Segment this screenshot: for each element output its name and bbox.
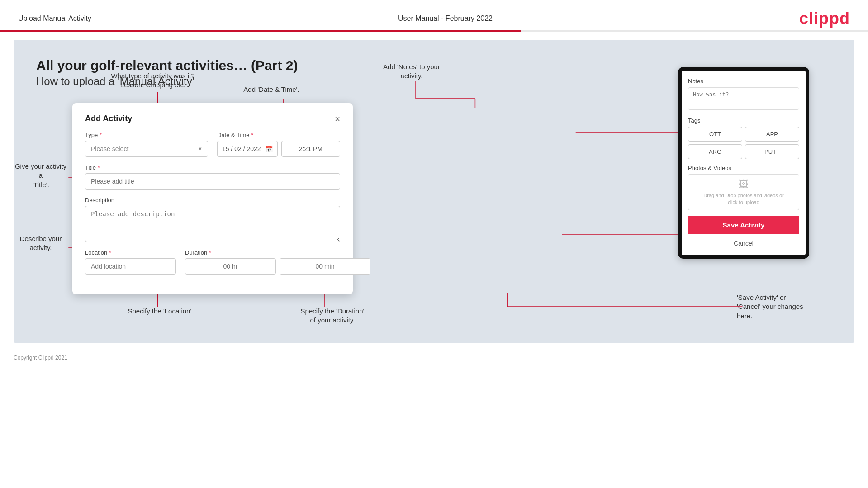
dialog-title: Add Activity [85,114,132,123]
duration-hr-input[interactable] [185,258,276,275]
tag-app[interactable]: APP [745,127,799,142]
photos-section-label: Photos & Videos [688,165,799,171]
location-group: Location * [85,249,176,275]
phone-mockup: Notes Tags OTT APP ARG PUTT Photos & Vid… [678,67,809,259]
save-activity-button[interactable]: Save Activity [688,216,799,234]
annotation-duration: Specify the 'Duration'of your activity. [280,307,384,325]
tag-putt[interactable]: PUTT [745,144,799,159]
cancel-button[interactable]: Cancel [688,238,799,249]
time-display[interactable]: 2:21 PM [281,141,340,157]
duration-min-input[interactable] [280,258,370,275]
top-bar: Upload Manual Activity User Manual - Feb… [0,0,868,32]
photo-icon: 🖼 [739,179,749,190]
copyright: Copyright Clippd 2021 [14,355,67,361]
type-select-wrapper: Please select [85,141,208,157]
tags-grid: OTT APP ARG PUTT [688,127,799,159]
tags-section-label: Tags [688,117,799,124]
description-textarea[interactable] [85,206,340,242]
annotation-title: Give your activity a'Title'. [14,162,68,190]
date-display[interactable]: 15 / 02 / 2022 📅 [217,141,278,157]
location-label-el: Location * [85,249,176,256]
datetime-label: Date & Time * [217,132,340,138]
page-title: Upload Manual Activity [18,14,91,23]
notes-section-label: Notes [688,78,799,85]
title-input[interactable] [85,173,340,190]
tag-arg[interactable]: ARG [688,144,742,159]
description-row: Description [85,197,340,242]
close-button[interactable]: × [335,114,340,123]
phone-inner: Notes Tags OTT APP ARG PUTT Photos & Vid… [682,71,806,255]
duration-inputs [185,258,370,275]
annotation-location: Specify the 'Location'. [122,307,199,316]
description-group: Description [85,197,340,242]
description-label-el: Description [85,197,340,204]
logo: clippd [799,9,850,28]
type-select[interactable]: Please select [85,141,208,157]
location-duration-row: Location * Duration * [85,249,340,275]
location-input[interactable] [85,258,176,275]
datetime-group: Date & Time * 15 / 02 / 2022 📅 2:21 PM [217,132,340,157]
type-datetime-row: Type * Please select Date & Time * 15 / … [85,132,340,157]
photo-drop-zone[interactable]: 🖼 Drag and Drop photos and videos or cli… [688,174,799,210]
type-label: Type * [85,132,208,138]
duration-label-el: Duration * [185,249,370,256]
title-row: Title * [85,164,340,190]
footer: Copyright Clippd 2021 [0,351,868,365]
main-content: All your golf-relevant activities… (Part… [14,40,854,343]
annotation-notes: Add 'Notes' to youractivity. [366,62,457,81]
title-label-el: Title * [85,164,340,171]
photo-drop-text: Drag and Drop photos and videos or click… [703,192,783,206]
annotation-describe: Describe youractivity. [14,234,68,253]
annotation-type: What type of activity was it?Lesson, Chi… [103,71,203,90]
annotation-save: 'Save Activity' or'Cancel' your changesh… [737,293,845,321]
type-group: Type * Please select [85,132,208,157]
title-group: Title * [85,164,340,190]
dialog-header: Add Activity × [85,114,340,123]
duration-group: Duration * [185,249,370,275]
datetime-inputs: 15 / 02 / 2022 📅 2:21 PM [217,141,340,157]
add-activity-dialog: Add Activity × Type * Please select Date… [72,103,353,294]
annotation-datetime: Add 'Date & Time'. [226,85,317,94]
tag-ott[interactable]: OTT [688,127,742,142]
doc-title: User Manual - February 2022 [398,14,493,23]
notes-textarea[interactable] [688,87,799,110]
